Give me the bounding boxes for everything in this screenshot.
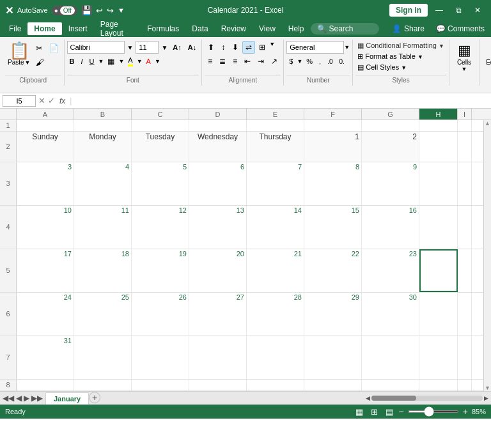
cell-a1[interactable]	[17, 120, 74, 131]
cell-b8[interactable]	[74, 380, 132, 390]
cut-button[interactable]: ✂	[33, 42, 45, 55]
cell-d7[interactable]	[189, 336, 247, 379]
cell-b7[interactable]	[74, 336, 132, 379]
cell-c2[interactable]: Tuesday	[132, 132, 189, 162]
fill-dropdown-icon[interactable]: ▼	[137, 58, 143, 65]
page-break-view-button[interactable]: ▤	[384, 406, 395, 417]
cell-f6[interactable]: 29	[304, 293, 362, 336]
cell-f5[interactable]: 22	[304, 249, 362, 292]
col-header-a[interactable]: A	[17, 109, 74, 120]
cell-d4[interactable]: 13	[189, 206, 247, 249]
middle-align-button[interactable]: ↕	[218, 41, 228, 54]
horizontal-scrollbar[interactable]: ◀ ▶	[363, 392, 491, 405]
align-left-button[interactable]: ≡	[205, 55, 215, 68]
bold-button[interactable]: B	[67, 55, 77, 68]
cell-i2[interactable]	[458, 132, 472, 162]
minimize-button[interactable]: —	[430, 4, 448, 16]
cell-b2[interactable]: Monday	[74, 132, 132, 162]
cell-g8[interactable]	[362, 380, 419, 390]
currency-dropdown-icon[interactable]: ▼	[297, 58, 302, 65]
cell-h7[interactable]	[419, 336, 458, 379]
formula-input[interactable]	[74, 97, 488, 105]
paste-dropdown-icon[interactable]: ▼	[25, 59, 31, 66]
cell-b1[interactable]	[74, 120, 132, 131]
percent-button[interactable]: %	[304, 55, 315, 68]
font-decrease-button[interactable]: A↓	[185, 41, 199, 54]
paste-button[interactable]: 📋 Paste ▼	[5, 41, 33, 67]
underline-dropdown-icon[interactable]: ▼	[98, 58, 104, 65]
font-size-input[interactable]	[136, 41, 159, 54]
menu-formulas[interactable]: Formulas	[141, 22, 185, 35]
cell-h4[interactable]	[419, 206, 458, 249]
number-format-dropdown-icon[interactable]: ▼	[344, 44, 350, 50]
increase-indent-button[interactable]: ⇥	[254, 55, 267, 68]
cell-g6[interactable]: 30	[362, 293, 419, 336]
cell-b6[interactable]: 25	[74, 293, 132, 336]
menu-view[interactable]: View	[253, 22, 282, 35]
merge-dropdown-icon[interactable]: ▼	[269, 41, 275, 54]
col-header-d[interactable]: D	[189, 109, 247, 120]
cell-f4[interactable]: 15	[304, 206, 362, 249]
confirm-formula-icon[interactable]: ✓	[48, 96, 55, 105]
cell-e1[interactable]	[247, 120, 304, 131]
cell-f8[interactable]	[304, 380, 362, 390]
border-button[interactable]: ▦	[105, 55, 117, 68]
top-align-button[interactable]: ⬆	[205, 41, 217, 54]
vertical-scrollbar[interactable]: ▲ ▼	[483, 120, 491, 391]
cell-a4[interactable]: 10	[17, 206, 74, 249]
add-sheet-button[interactable]: +	[89, 392, 100, 403]
customize-icon[interactable]: ▼	[118, 6, 125, 14]
col-header-i[interactable]: I	[458, 109, 472, 120]
sheet-nav-first[interactable]: ◀◀	[3, 394, 14, 403]
cell-h3[interactable]	[419, 162, 458, 205]
zoom-slider[interactable]	[408, 410, 459, 413]
cell-g3[interactable]: 9	[362, 162, 419, 205]
cell-i7[interactable]	[458, 336, 472, 379]
menu-data[interactable]: Data	[185, 22, 214, 35]
cell-i4[interactable]	[458, 206, 472, 249]
cell-g2[interactable]: 2	[362, 132, 419, 162]
font-size-dropdown-icon[interactable]: ▼	[160, 44, 169, 51]
underline-button[interactable]: U	[87, 55, 97, 68]
cell-a6[interactable]: 24	[17, 293, 74, 336]
cell-c7[interactable]	[132, 336, 189, 379]
align-center-button[interactable]: ≣	[216, 55, 229, 68]
cell-reference-box[interactable]	[3, 95, 36, 107]
bottom-align-button[interactable]: ⬇	[229, 41, 242, 54]
format-table-dropdown-icon[interactable]: ▼	[417, 54, 423, 60]
cell-e8[interactable]	[247, 380, 304, 390]
menu-page-layout[interactable]: Page Layout	[94, 18, 141, 40]
col-header-f[interactable]: F	[304, 109, 362, 120]
col-header-h[interactable]: H	[419, 109, 458, 120]
cell-g1[interactable]	[362, 120, 419, 131]
normal-view-button[interactable]: ▦	[354, 406, 365, 417]
cell-g5[interactable]: 23	[362, 249, 419, 292]
cell-styles-dropdown-icon[interactable]: ▼	[401, 65, 407, 71]
copy-button[interactable]: 📄	[46, 42, 61, 55]
zoom-out-button[interactable]: −	[399, 406, 404, 417]
cell-a5[interactable]: 17	[17, 249, 74, 292]
cell-h1[interactable]	[419, 120, 458, 131]
sheet-nav-next[interactable]: ▶	[24, 394, 29, 403]
font-color-dropdown-icon[interactable]: ▼	[155, 58, 160, 65]
cell-e3[interactable]: 7	[247, 162, 304, 205]
undo-icon[interactable]: ↩	[96, 6, 103, 15]
cell-e6[interactable]: 28	[247, 293, 304, 336]
cell-h6[interactable]	[419, 293, 458, 336]
cell-styles-button[interactable]: ▤ Cell Styles ▼	[355, 63, 409, 72]
cell-b3[interactable]: 4	[74, 162, 132, 205]
col-header-b[interactable]: B	[74, 109, 132, 120]
redo-icon[interactable]: ↪	[107, 6, 114, 15]
scroll-down-button[interactable]: ▼	[485, 385, 491, 391]
comments-button[interactable]: 💬 Comments	[432, 22, 488, 35]
cell-f1[interactable]	[304, 120, 362, 131]
font-color-button[interactable]: A	[144, 55, 153, 68]
cell-f2[interactable]: 1	[304, 132, 362, 162]
decrease-decimal-button[interactable]: 0.	[336, 55, 347, 68]
col-header-e[interactable]: E	[247, 109, 304, 120]
close-button[interactable]: ✕	[469, 4, 486, 16]
cell-a2[interactable]: Sunday	[17, 132, 74, 162]
cell-e4[interactable]: 14	[247, 206, 304, 249]
conditional-formatting-button[interactable]: ▦ Conditional Formatting ▼	[355, 41, 446, 50]
menu-insert[interactable]: Insert	[62, 22, 94, 35]
